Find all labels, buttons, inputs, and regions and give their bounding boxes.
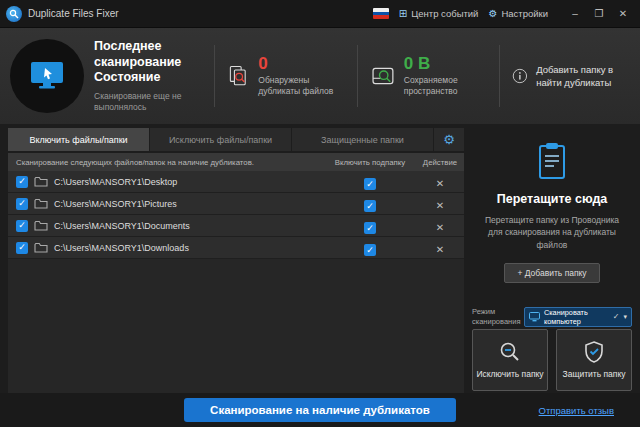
space-value: 0 В [404, 55, 488, 72]
folder-icon [34, 220, 48, 231]
folder-path: C:\Users\MANSORY1\Documents [54, 221, 190, 231]
main-area: Включить файлы/папки Исключить файлы/пап… [0, 124, 640, 393]
footer-bar: Сканирование на наличие дубликатов Отпра… [0, 393, 640, 427]
folder-icon [34, 242, 48, 253]
subfolder-checkbox[interactable]: ✓ [364, 222, 376, 234]
subfolder-checkbox[interactable]: ✓ [364, 244, 376, 256]
minimize-button[interactable]: – [564, 5, 586, 23]
grid-icon: ⊞ [399, 8, 407, 19]
space-stat: 0 В Сохраняемое пространство [370, 55, 488, 98]
scan-button[interactable]: Сканирование на наличие дубликатов [184, 398, 456, 422]
space-label: Сохраняемое пространство [404, 75, 488, 98]
add-folder-hint: Добавить папку в найти дубликаты [512, 63, 630, 90]
divider [499, 45, 500, 107]
tab-protected-folders[interactable]: Защищенные папки [292, 128, 433, 151]
tab-exclude-files[interactable]: Исключить файлы/папки [150, 128, 291, 151]
exclude-folder-button[interactable]: Исключить папку [472, 329, 548, 391]
table-row: ✓ C:\Users\MANSORY1\Pictures ✓ ✕ [8, 193, 464, 215]
event-center-button[interactable]: ⊞ Центр событий [399, 8, 479, 19]
column-header-subfolder: Включить подпапку [324, 158, 416, 167]
add-folder-button[interactable]: + Добавить папку [504, 263, 599, 283]
table-header: Сканирование следующих файлов/папок на н… [8, 153, 464, 171]
add-folder-hint-text: Добавить папку в найти дубликаты [536, 63, 630, 90]
language-flag-icon[interactable] [373, 8, 389, 19]
folders-table: Сканирование следующих файлов/папок на н… [8, 153, 464, 393]
folder-icon [34, 198, 48, 209]
scan-mode-value: Сканировать компьютер [544, 308, 609, 326]
table-row: ✓ C:\Users\MANSORY1\Desktop ✓ ✕ [8, 171, 464, 193]
list-settings-button[interactable]: ⚙ [434, 128, 464, 151]
document-drop-icon [534, 142, 570, 182]
scan-status-circle [10, 39, 84, 113]
tab-include-files[interactable]: Включить файлы/папки [8, 128, 149, 151]
scan-mode-label: Режим сканирования [472, 307, 518, 327]
duplicates-stat: 0 Обнаружены дубликаты файлов [227, 55, 345, 98]
duplicates-label: Обнаружены дубликаты файлов [258, 75, 345, 98]
chevron-down-icon: ▾ [623, 313, 627, 321]
duplicate-files-icon [227, 59, 250, 93]
folder-path: C:\Users\MANSORY1\Pictures [54, 199, 177, 209]
gear-icon: ⚙ [443, 132, 455, 147]
scan-mode-dropdown[interactable]: Сканировать компьютер ✓ ▾ [524, 307, 632, 327]
last-scan-title: Последнее сканирование Состояние [94, 39, 202, 86]
duplicates-count: 0 [258, 55, 345, 72]
remove-row-button[interactable]: ✕ [436, 200, 444, 211]
app-title: Duplicate Files Fixer [28, 8, 119, 19]
info-icon [512, 63, 528, 89]
exclude-folder-label: Исключить папку [476, 369, 543, 379]
row-checkbox[interactable]: ✓ [16, 220, 28, 232]
last-scan-subtitle: Сканирование еще не выполнялось [94, 91, 202, 113]
divider [357, 45, 358, 107]
folder-path: C:\Users\MANSORY1\Downloads [54, 243, 189, 253]
titlebar: Duplicate Files Fixer ⊞ Центр событий ⚙ … [0, 0, 640, 28]
table-row: ✓ C:\Users\MANSORY1\Documents ✓ ✕ [8, 215, 464, 237]
drive-search-icon [370, 59, 396, 93]
folder-icon [34, 176, 48, 187]
event-center-label: Центр событий [411, 8, 478, 19]
row-checkbox[interactable]: ✓ [16, 176, 28, 188]
subfolder-checkbox[interactable]: ✓ [364, 200, 376, 212]
remove-row-button[interactable]: ✕ [436, 178, 444, 189]
table-row: ✓ C:\Users\MANSORY1\Downloads ✓ ✕ [8, 237, 464, 259]
column-header-scan: Сканирование следующих файлов/папок на н… [8, 158, 324, 167]
settings-label: Настройки [501, 8, 548, 19]
dropzone-description: Перетащите папку из Проводника для скани… [482, 214, 622, 251]
remove-row-button[interactable]: ✕ [436, 222, 444, 233]
maximize-button[interactable]: ❐ [588, 5, 610, 23]
dropzone[interactable]: Перетащите сюда Перетащите папку из Пров… [472, 128, 632, 293]
search-minus-icon [499, 341, 521, 363]
folder-path: C:\Users\MANSORY1\Desktop [54, 177, 177, 187]
settings-button[interactable]: ⚙ Настройки [488, 8, 548, 19]
check-icon: ✓ [613, 312, 620, 321]
subfolder-checkbox[interactable]: ✓ [364, 178, 376, 190]
row-checkbox[interactable]: ✓ [16, 242, 28, 254]
tab-bar: Включить файлы/папки Исключить файлы/пап… [8, 128, 464, 151]
close-button[interactable]: ✕ [612, 5, 634, 23]
folders-panel: Включить файлы/папки Исключить файлы/пап… [8, 128, 464, 393]
drop-panel: Перетащите сюда Перетащите папку из Пров… [472, 128, 632, 393]
gear-icon: ⚙ [488, 8, 497, 19]
side-buttons: Исключить папку Защитить папку [472, 329, 632, 393]
row-checkbox[interactable]: ✓ [16, 198, 28, 210]
dropzone-title: Перетащите сюда [482, 192, 622, 206]
feedback-link[interactable]: Отправить отзыв [539, 405, 614, 416]
app-logo-icon [6, 6, 22, 22]
column-header-action: Действие [416, 158, 464, 167]
shield-check-icon [584, 341, 604, 363]
protect-folder-button[interactable]: Защитить папку [556, 329, 632, 391]
remove-row-button[interactable]: ✕ [436, 244, 444, 255]
monitor-cursor-icon [29, 60, 65, 92]
scan-mode-row: Режим сканирования Сканировать компьютер… [472, 307, 632, 327]
protect-folder-label: Защитить папку [563, 369, 626, 379]
divider [214, 45, 215, 107]
computer-icon [529, 312, 540, 322]
header-stats: Последнее сканирование Состояние Сканиро… [0, 28, 640, 124]
